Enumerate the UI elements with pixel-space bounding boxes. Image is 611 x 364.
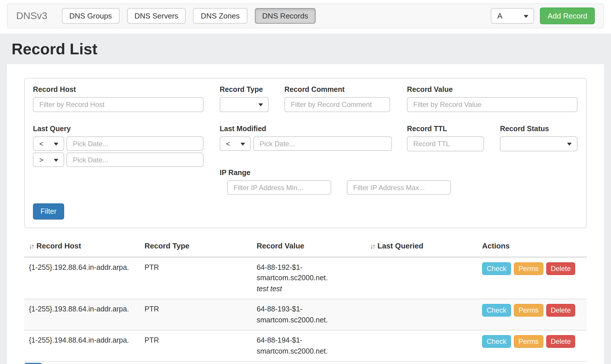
header-record-value-label: Record Value — [257, 242, 304, 250]
navbar-right: A Add Record — [491, 8, 595, 24]
record-host-cell: {1-255}.192.88.64.in-addr.arpa. — [24, 257, 140, 299]
records-table: ↓↑Record Host Record Type Record Value ↓… — [24, 236, 587, 364]
last-modified-lt-value: < — [226, 140, 230, 148]
check-button[interactable]: Check — [482, 262, 511, 275]
last-query-before-date-input[interactable] — [66, 136, 203, 151]
perms-button[interactable]: Perms — [514, 304, 543, 317]
record-value-text: 64-88-194-$1-smartcom.sc2000.net. — [257, 335, 361, 356]
perms-button[interactable]: Perms — [514, 335, 543, 348]
delete-button[interactable]: Delete — [546, 262, 575, 275]
record-host-cell: {1-255}.193.88.64.in-addr.arpa. — [24, 299, 140, 330]
last-queried-cell — [365, 330, 477, 361]
last-query-label: Last Query — [33, 125, 203, 133]
header-record-host-label: Record Host — [36, 242, 81, 250]
header-record-type: Record Type — [140, 236, 252, 256]
last-modified-row: < — [220, 136, 392, 151]
filter-ip-range-group: IP Range — [220, 169, 578, 195]
viewport: DNSv3 DNS Groups DNS Servers DNS Zones D… — [0, 3, 611, 364]
content-card: Record Host Record Type Record Comment R… — [7, 64, 604, 364]
filter-last-modified-group: Last Modified < — [220, 125, 392, 153]
record-type-cell: PTR — [140, 330, 252, 361]
record-host-cell: {1-255}.194.88.64.in-addr.arpa. — [24, 330, 140, 361]
header-actions: Actions — [477, 236, 587, 256]
navbar: DNSv3 DNS Groups DNS Servers DNS Zones D… — [7, 3, 604, 28]
filter-record-status-group: Record Status — [500, 125, 577, 151]
last-query-gt-value: > — [39, 156, 43, 164]
record-host-input[interactable] — [33, 97, 203, 112]
table-row: {1-255}.192.88.64.in-addr.arpa. PTR 64-8… — [24, 257, 587, 299]
header-last-queried-label: Last Queried — [377, 242, 423, 250]
filter-record-comment-group: Record Comment — [284, 86, 390, 112]
filter-panel: Record Host Record Type Record Comment R… — [24, 78, 587, 228]
sort-icon: ↓↑ — [29, 242, 34, 250]
last-query-lt-value: < — [39, 140, 43, 148]
check-button[interactable]: Check — [482, 335, 511, 348]
record-status-label: Record Status — [500, 125, 577, 133]
record-comment-label: Record Comment — [284, 86, 390, 94]
actions-cell: Check Perms Delete — [477, 257, 587, 299]
last-queried-cell — [365, 257, 477, 299]
actions-cell: Check Perms Delete — [477, 299, 587, 330]
sort-icon: ↓↑ — [370, 242, 375, 250]
page-title: Record List — [0, 34, 611, 64]
record-type-select-value: A — [497, 12, 502, 20]
filter-record-ttl-group: Record TTL — [407, 125, 484, 151]
record-ttl-input[interactable] — [407, 136, 484, 151]
page-body: Record List Record Host Record Type Reco… — [0, 34, 611, 364]
record-status-select[interactable] — [500, 136, 577, 151]
last-modified-date-input[interactable] — [253, 136, 392, 151]
table-row: {1-255}.194.88.64.in-addr.arpa. PTR 64-8… — [24, 330, 587, 361]
nav-dns-groups-button[interactable]: DNS Groups — [62, 8, 119, 24]
table-body: {1-255}.192.88.64.in-addr.arpa. PTR 64-8… — [24, 257, 587, 362]
check-button[interactable]: Check — [482, 304, 511, 317]
last-query-lt-select[interactable]: < — [33, 136, 64, 151]
header-record-host[interactable]: ↓↑Record Host — [24, 236, 140, 256]
add-record-button[interactable]: Add Record — [540, 8, 595, 24]
header-record-type-label: Record Type — [145, 242, 190, 250]
delete-button[interactable]: Delete — [546, 304, 575, 317]
nav-dns-zones-button[interactable]: DNS Zones — [193, 8, 247, 24]
record-type-filter-select[interactable] — [220, 97, 269, 112]
table-row: {1-255}.193.88.64.in-addr.arpa. PTR 64-8… — [24, 299, 587, 330]
ip-range-row — [227, 180, 578, 195]
record-value-text: 64-88-192-$1-smartcom.sc2000.net. — [257, 262, 361, 283]
record-host-label: Record Host — [33, 86, 203, 94]
record-value-cell: 64-88-192-$1-smartcom.sc2000.net. test t… — [252, 257, 365, 299]
record-value-input[interactable] — [407, 97, 577, 112]
filter-record-host-group: Record Host — [33, 86, 203, 112]
header-last-queried[interactable]: ↓↑Last Queried — [365, 236, 477, 256]
ip-address-min-input[interactable] — [227, 180, 331, 195]
record-value-text: 64-88-193-$1-smartcom.sc2000.net. — [257, 304, 361, 325]
last-query-after-date-input[interactable] — [66, 153, 203, 167]
last-query-before-row: < — [33, 136, 203, 151]
perms-button[interactable]: Perms — [514, 262, 543, 275]
record-value-cell: 64-88-194-$1-smartcom.sc2000.net. — [252, 330, 365, 361]
record-type-label: Record Type — [220, 86, 269, 94]
filter-last-query-group: Last Query < > — [33, 125, 203, 169]
pagination-active-page-button[interactable] — [24, 363, 42, 364]
last-query-gt-select[interactable]: > — [33, 153, 64, 167]
last-queried-cell — [365, 299, 477, 330]
last-query-after-row: > — [33, 153, 203, 167]
last-modified-label: Last Modified — [220, 125, 392, 133]
header-actions-label: Actions — [482, 242, 510, 250]
ip-address-max-input[interactable] — [347, 180, 451, 195]
delete-button[interactable]: Delete — [546, 335, 575, 348]
brand-logo: DNSv3 — [16, 10, 47, 22]
filter-record-type-group: Record Type — [220, 86, 269, 112]
nav-dns-servers-button[interactable]: DNS Servers — [127, 8, 186, 24]
record-type-cell: PTR — [140, 299, 252, 330]
nav-dns-records-button[interactable]: DNS Records — [255, 8, 316, 24]
filter-record-value-group: Record Value — [407, 86, 577, 112]
last-modified-lt-select[interactable]: < — [220, 136, 251, 151]
record-comment-input[interactable] — [284, 97, 390, 112]
record-value-cell: 64-88-193-$1-smartcom.sc2000.net. — [252, 299, 365, 330]
record-ttl-label: Record TTL — [407, 125, 484, 133]
record-type-select[interactable]: A — [491, 8, 534, 24]
ip-range-label: IP Range — [220, 169, 578, 177]
record-value-label: Record Value — [407, 86, 577, 94]
table-header-row: ↓↑Record Host Record Type Record Value ↓… — [24, 236, 587, 257]
filter-button[interactable]: Filter — [33, 203, 64, 220]
header-record-value: Record Value — [252, 236, 365, 256]
record-comment-text: test test — [257, 283, 361, 294]
